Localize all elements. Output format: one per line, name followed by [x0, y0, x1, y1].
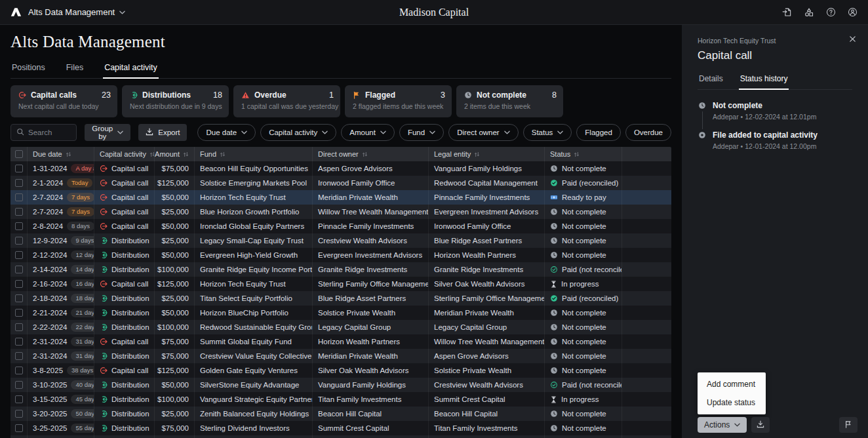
toolbar: Group by Export Due date Capital activit… — [10, 124, 671, 141]
column-header-status[interactable]: Status — [545, 147, 622, 161]
tab-files[interactable]: Files — [65, 59, 85, 78]
account-icon[interactable] — [848, 7, 858, 17]
table-row[interactable]: 2-1-2024 Today Capital call $125,000 Sol… — [10, 176, 671, 190]
shapes-icon[interactable] — [804, 7, 814, 17]
export-button[interactable]: Export — [138, 124, 187, 141]
row-checkbox[interactable] — [10, 435, 28, 438]
panel-tab-status-history[interactable]: Status history — [739, 71, 789, 89]
row-checkbox[interactable] — [10, 334, 28, 349]
row-checkbox[interactable] — [10, 407, 28, 421]
addepar-logo-icon — [10, 7, 22, 17]
tab-capital-activity[interactable]: Capital activity — [103, 59, 159, 78]
row-checkbox[interactable] — [10, 219, 28, 233]
table-row[interactable]: 2-18-2024 18 days Distribution $25,000 T… — [10, 291, 671, 306]
row-checkbox[interactable] — [10, 176, 28, 190]
table-row[interactable]: 3-8-2025 38 days Capital call $125,000 G… — [10, 363, 671, 378]
table-row[interactable]: 2-31-2024 31 days Distribution $75,000 C… — [10, 349, 671, 363]
sort-icon — [362, 151, 368, 157]
due-badge: 55 days — [71, 424, 94, 433]
direct-owner: Silver Oak Wealth Advisors — [313, 363, 429, 378]
activity-label: Distribution — [111, 424, 149, 432]
status-label: Not complete — [562, 165, 606, 172]
import-file-icon[interactable] — [782, 7, 792, 17]
menu-item-add-comment[interactable]: Add comment — [698, 375, 766, 393]
row-checkbox[interactable] — [10, 233, 28, 248]
row-checkbox[interactable] — [10, 363, 28, 378]
table-row[interactable]: 2-16-2024 16 days Capital call $125,000 … — [10, 277, 671, 291]
filter-due-date[interactable]: Due date — [197, 124, 256, 141]
table-row[interactable]: 2-21-2024 21 days Distribution $50,000 H… — [10, 306, 671, 320]
select-all-checkbox[interactable] — [10, 147, 28, 161]
card-distributions[interactable]: Distributions 18 Next distribution due i… — [122, 85, 229, 117]
overdue-icon — [241, 91, 250, 99]
row-checkbox[interactable] — [10, 248, 28, 262]
table-row[interactable]: 2-7-2024 7 days Capital call $50,000 Hor… — [10, 190, 671, 205]
group-by-button[interactable]: Group by — [85, 124, 130, 141]
filter-direct-owner[interactable]: Direct owner — [448, 124, 519, 141]
status-label: Paid (not reconciled) — [562, 266, 622, 273]
due-badge: A day ago — [71, 164, 94, 173]
download-button[interactable] — [751, 417, 770, 433]
row-checkbox[interactable] — [10, 378, 28, 392]
due-badge: 9 days — [71, 236, 94, 245]
panel-tab-details[interactable]: Details — [698, 71, 724, 89]
table-row[interactable]: 2-7-2024 7 days Capital call $25,000 Blu… — [10, 205, 671, 219]
card-flagged[interactable]: Flagged 3 2 flagged items due this week — [345, 85, 452, 117]
row-checkbox[interactable] — [10, 306, 28, 320]
tab-positions[interactable]: Positions — [10, 59, 47, 78]
column-header-due-date[interactable]: Due date — [28, 147, 94, 161]
app-switcher-button[interactable]: Alts Data Management — [28, 7, 125, 17]
card-subtitle: 2 items due this week — [464, 102, 557, 110]
search-input[interactable] — [28, 129, 71, 136]
row-checkbox[interactable] — [10, 277, 28, 291]
card-overdue[interactable]: Overdue 1 1 capital call was due yesterd… — [233, 85, 340, 117]
menu-item-update-status[interactable]: Update status — [698, 393, 766, 412]
column-header-direct-owner[interactable]: Direct owner — [313, 147, 429, 161]
filter-fund[interactable]: Fund — [399, 124, 444, 141]
table-row[interactable]: 3-25-2025 55 days Distribution $75,000 S… — [10, 421, 671, 435]
filter-amount[interactable]: Amount — [341, 124, 395, 141]
table-row[interactable]: 12-9-2024 9 days Distribution $25,000 Le… — [10, 233, 671, 248]
column-header-capital-activity[interactable]: Capital activity — [94, 147, 155, 161]
table-row[interactable]: 3-28-2025 58 days Capital call $125,000 … — [10, 435, 671, 438]
filter-capital-activity[interactable]: Capital activity — [260, 124, 336, 141]
flag-button[interactable] — [839, 417, 858, 433]
paid-unreconciled-icon — [550, 381, 558, 389]
due-badge: 16 days — [71, 279, 94, 289]
help-icon[interactable] — [826, 7, 836, 17]
row-checkbox[interactable] — [10, 262, 28, 277]
table-row[interactable]: 3-20-2025 50 days Distribution $25,000 Z… — [10, 407, 671, 421]
filter-status[interactable]: Status — [523, 124, 572, 141]
table-row[interactable]: 3-10-2025 40 days Distribution $50,000 S… — [10, 378, 671, 392]
row-checkbox[interactable] — [10, 392, 28, 407]
row-checkbox[interactable] — [10, 291, 28, 306]
table-row[interactable]: 2-12-2024 12 days Distribution $50,000 E… — [10, 248, 671, 262]
table-row[interactable]: 1-31-2024 A day ago Capital call $75,000… — [10, 161, 671, 176]
history-label: File added to capital activity — [713, 131, 818, 140]
card-not-complete[interactable]: Not complete 8 2 items due this week — [456, 85, 563, 117]
filter-flagged[interactable]: Flagged — [576, 124, 621, 141]
table-row[interactable]: 3-15-2025 45 days Distribution $100,000 … — [10, 392, 671, 407]
row-checkbox[interactable] — [10, 161, 28, 176]
due-date: 3-10-2025 — [33, 381, 67, 389]
row-checkbox[interactable] — [10, 320, 28, 334]
row-checkbox[interactable] — [10, 205, 28, 219]
row-checkbox[interactable] — [10, 421, 28, 435]
close-icon[interactable] — [849, 35, 856, 44]
top-bar: Alts Data Management Madison Capital — [0, 0, 868, 25]
table-row[interactable]: 2-8-2024 8 days Capital call $50,000 Iro… — [10, 219, 671, 233]
search-box[interactable] — [10, 124, 77, 141]
filter-overdue[interactable]: Overdue — [625, 124, 671, 141]
column-header-legal-entity[interactable]: Legal entity — [429, 147, 545, 161]
distribution-icon — [100, 309, 108, 317]
column-header-fund[interactable]: Fund — [195, 147, 313, 161]
table-row[interactable]: 2-31-2024 31 days Capital call $75,000 S… — [10, 334, 671, 349]
row-checkbox[interactable] — [10, 190, 28, 205]
row-checkbox[interactable] — [10, 349, 28, 363]
table-row[interactable]: 2-14-2024 14 days Distribution $100,000 … — [10, 262, 671, 277]
activity-label: Distribution — [111, 410, 149, 418]
table-row[interactable]: 2-22-2024 22 days Distribution $100,000 … — [10, 320, 671, 334]
actions-button[interactable]: Actions — [698, 417, 747, 433]
column-header-amount[interactable]: Amount — [155, 147, 195, 161]
card-capital-calls[interactable]: Capital calls 23 Next capital call due t… — [10, 85, 117, 117]
